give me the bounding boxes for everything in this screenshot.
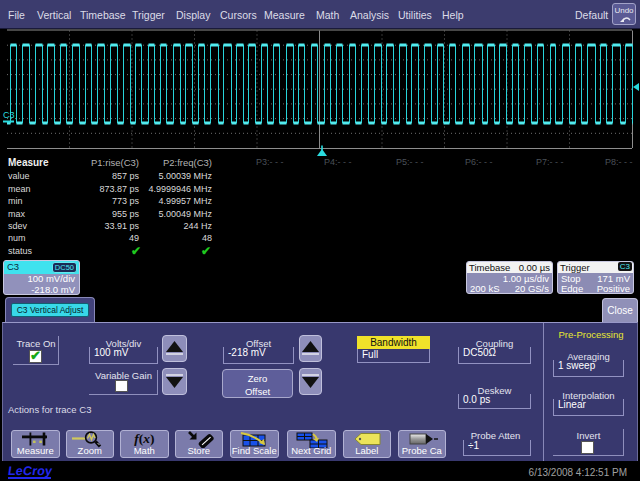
svg-text:C3: C3 (3, 110, 15, 120)
